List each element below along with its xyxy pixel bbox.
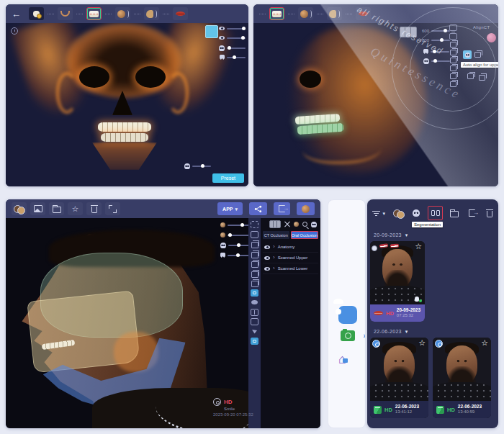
date-group-header[interactable]: 20-09-2023 ▾ <box>374 232 408 238</box>
cube-icon[interactable] <box>450 73 456 79</box>
face-viewport[interactable]: CT Occlusion Oral Occlusion › Anatomy › … <box>6 218 320 428</box>
patient-button[interactable] <box>297 202 315 215</box>
slider-track[interactable] <box>431 40 450 41</box>
app-menu-button[interactable]: APP▾ <box>217 202 243 215</box>
delete-button[interactable] <box>86 202 102 215</box>
brightness-slider[interactable] <box>184 163 211 169</box>
slider-handle[interactable] <box>241 36 245 40</box>
chevron-right-icon[interactable]: › <box>273 266 275 271</box>
capture-card[interactable]: ☆ HD 22-06-2023 13:41:12 <box>370 338 428 418</box>
chevron-right-icon[interactable]: › <box>273 255 275 261</box>
tab-ct-occlusion[interactable]: CT Occlusion <box>263 231 289 239</box>
lower-threshold-slider[interactable]: 800 <box>420 38 450 42</box>
share-button[interactable] <box>249 202 267 215</box>
layout-icon[interactable] <box>449 33 457 40</box>
slider-track[interactable] <box>228 255 251 256</box>
preset-button[interactable]: Preset <box>212 173 244 183</box>
collapse-panel-button[interactable]: » <box>363 332 366 340</box>
open-folder-button[interactable] <box>449 207 460 219</box>
cube-icon[interactable] <box>450 81 456 87</box>
cube-icon[interactable] <box>251 260 258 267</box>
slider-handle[interactable] <box>201 164 204 168</box>
slider-handle[interactable] <box>240 223 244 227</box>
slider-track[interactable] <box>227 57 246 58</box>
opacity-slider[interactable] <box>219 45 246 51</box>
color-swatch[interactable] <box>205 25 218 38</box>
tab-oral-occlusion[interactable]: Oral Occlusion <box>291 231 319 239</box>
slider-handle[interactable] <box>228 233 232 237</box>
lips-tool[interactable] <box>356 7 371 20</box>
face-icon[interactable] <box>294 222 299 227</box>
visibility-eye-icon[interactable] <box>264 256 270 260</box>
layer-row-anatomy[interactable]: › Anatomy <box>263 242 318 253</box>
cube-icon[interactable] <box>450 65 456 71</box>
camera-captures-button[interactable] <box>341 330 355 341</box>
profile-scan-tool[interactable] <box>327 7 342 20</box>
home-button[interactable]: ⌂ <box>338 353 346 366</box>
slider-handle[interactable] <box>228 46 231 50</box>
teeth-strip-preview[interactable] <box>400 27 417 37</box>
slider-handle[interactable] <box>444 29 447 32</box>
slider-track[interactable] <box>431 60 450 62</box>
eye-icon[interactable] <box>251 299 258 306</box>
favorite-star-icon[interactable]: ☆ <box>418 339 426 347</box>
slider-handle[interactable] <box>433 50 436 53</box>
monitor-icon[interactable] <box>251 318 258 325</box>
skin-opacity-slider[interactable] <box>220 232 251 238</box>
cube-icon[interactable] <box>450 50 456 55</box>
ct-front-viewport[interactable]: Preset <box>6 23 248 186</box>
lips-tool[interactable] <box>173 7 188 20</box>
pin-icon[interactable] <box>251 328 258 335</box>
skull-icon[interactable] <box>311 222 317 227</box>
cut-icon[interactable] <box>284 222 290 227</box>
delete-button[interactable] <box>484 207 495 219</box>
slider-handle[interactable] <box>433 59 437 63</box>
chevron-right-icon[interactable]: › <box>273 244 275 250</box>
favorite-button[interactable]: ☆ <box>68 202 83 215</box>
align-lower-icon[interactable] <box>479 75 485 81</box>
skull-slider[interactable] <box>423 58 450 64</box>
cube-icon[interactable] <box>450 58 456 63</box>
slider-track[interactable] <box>228 225 251 226</box>
faces-view-button[interactable] <box>392 207 404 219</box>
slider-track[interactable] <box>227 37 246 39</box>
slider-handle[interactable] <box>236 253 240 257</box>
capture-thumbnail[interactable]: ☆ <box>370 241 425 304</box>
slider-handle[interactable] <box>440 38 444 42</box>
skull-view-button[interactable] <box>410 207 422 219</box>
slider-track[interactable] <box>227 48 246 49</box>
auto-align-button[interactable] <box>463 50 472 59</box>
ct-side-viewport[interactable]: 600 800 AlignCT Auto align for upper <box>253 23 498 186</box>
layers-tool-active[interactable] <box>251 289 258 297</box>
frame-icon[interactable] <box>251 231 258 238</box>
slider-handle[interactable] <box>233 55 236 59</box>
layer-row-scanned-upper[interactable]: › Scanned Upper <box>263 253 318 263</box>
teeth-strip-icon[interactable] <box>269 220 281 228</box>
visibility-eye-icon[interactable] <box>264 245 270 249</box>
export-button[interactable] <box>466 207 477 219</box>
face-opacity-slider[interactable] <box>220 222 251 227</box>
history-icon[interactable] <box>11 27 18 35</box>
gallery-faces-button[interactable] <box>12 202 27 215</box>
face-scan-tool[interactable] <box>298 7 313 20</box>
cube-icon[interactable] <box>251 240 258 248</box>
visibility-eye-icon[interactable] <box>264 267 270 271</box>
braces-scan-tool-active[interactable] <box>86 7 102 20</box>
upper-threshold-slider[interactable]: 600 <box>420 29 450 33</box>
export-button[interactable] <box>274 202 290 215</box>
back-button[interactable]: ← <box>12 9 21 19</box>
favorite-star-icon[interactable]: ☆ <box>415 243 422 250</box>
capture-card[interactable]: ☆ HD 20-09-2023 07:25:32 <box>370 241 425 322</box>
capture-thumbnail[interactable]: ☆ <box>370 338 428 401</box>
slider-handle[interactable] <box>237 243 240 247</box>
crop-icon[interactable] <box>251 221 258 228</box>
cube-icon[interactable] <box>251 279 258 286</box>
fullscreen-button[interactable] <box>105 202 120 215</box>
opacity-slider[interactable] <box>220 55 246 60</box>
capture-card[interactable]: ☆ HD 22-06-2023 13:40:59 <box>433 338 491 418</box>
align-lower-icon[interactable] <box>467 73 474 79</box>
corner-badge-icon[interactable] <box>487 33 496 42</box>
cube-icon[interactable] <box>450 42 456 48</box>
favorite-star-icon[interactable]: ☆ <box>481 339 488 347</box>
segmentation-button-active[interactable] <box>428 206 443 220</box>
